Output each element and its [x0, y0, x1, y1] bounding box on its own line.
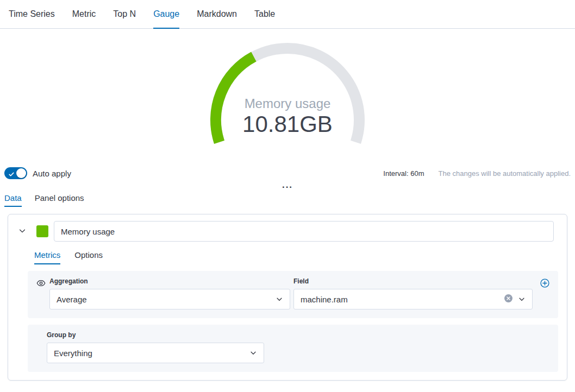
viz-type-tabs: Time Series Metric Top N Gauge Markdown … [0, 0, 575, 29]
chevron-down-icon [276, 295, 283, 303]
tab-data[interactable]: Data [4, 193, 22, 207]
gauge-readout: Memory usage 10.81GB [206, 97, 369, 137]
chevron-down-icon [518, 295, 526, 303]
series-color-swatch[interactable] [36, 225, 48, 237]
group-by-label: Group by [47, 331, 549, 339]
panel-menu-button[interactable]: ... [282, 183, 293, 187]
tab-top-n[interactable]: Top N [113, 0, 136, 28]
tab-metrics[interactable]: Metrics [34, 250, 60, 264]
aggregation-select[interactable]: Average [49, 289, 290, 309]
aggregation-value: Average [57, 295, 87, 304]
tab-options[interactable]: Options [74, 250, 103, 264]
auto-apply-toggle[interactable] [4, 167, 27, 179]
series-label-input[interactable] [54, 221, 554, 242]
chevron-down-icon [249, 349, 257, 357]
series-visibility-button[interactable] [36, 279, 46, 288]
auto-apply-hint: The changes will be automatically applie… [438, 169, 571, 178]
tab-time-series[interactable]: Time Series [9, 0, 55, 28]
auto-apply-label: Auto apply [33, 169, 71, 178]
field-value: machine.ram [301, 295, 348, 304]
clear-field-button[interactable] [504, 294, 513, 305]
gauge-panel: Memory usage 10.81GB [0, 29, 575, 163]
cross-in-circle-icon [504, 294, 513, 305]
chevron-down-icon [18, 227, 26, 236]
series-header [8, 214, 567, 242]
editor-tabs: Data Panel options [0, 191, 575, 207]
gauge-title: Memory usage [206, 97, 369, 111]
group-by-section: Group by Everything [28, 325, 558, 372]
dots-row: ... [0, 183, 575, 191]
field-field-group: Field machine.ram [293, 277, 533, 309]
tab-panel-options[interactable]: Panel options [35, 193, 84, 207]
tab-gauge[interactable]: Gauge [153, 0, 179, 28]
aggregation-field-group: Aggregation Average [49, 277, 290, 309]
tab-markdown[interactable]: Markdown [197, 0, 237, 28]
aggregation-label: Aggregation [49, 277, 290, 285]
group-by-select[interactable]: Everything [47, 343, 264, 363]
tab-metric[interactable]: Metric [72, 0, 96, 28]
add-metric-button[interactable] [540, 279, 549, 288]
tab-table[interactable]: Table [254, 0, 275, 28]
field-combobox[interactable]: machine.ram [293, 289, 533, 309]
plus-in-circle-icon [540, 281, 549, 289]
check-icon [8, 170, 15, 180]
gauge: Memory usage 10.81GB [206, 39, 369, 155]
aggregation-section: Aggregation Average Field machine.ram [28, 271, 558, 318]
eye-icon [36, 279, 46, 289]
gauge-value: 10.81GB [206, 112, 369, 137]
interval-text: Interval: 60m [383, 169, 424, 178]
toggle-thumb [16, 168, 26, 178]
collapse-series-button[interactable] [16, 225, 29, 238]
toolbar-right: Interval: 60m The changes will be automa… [383, 169, 571, 178]
field-combobox-icons [504, 294, 526, 305]
series-panel: Metrics Options Aggregation Average [8, 214, 567, 381]
field-label: Field [293, 277, 533, 285]
group-by-value: Everything [54, 349, 92, 358]
aggregation-fields: Aggregation Average Field machine.ram [49, 277, 533, 309]
series-tabs: Metrics Options [34, 248, 558, 264]
